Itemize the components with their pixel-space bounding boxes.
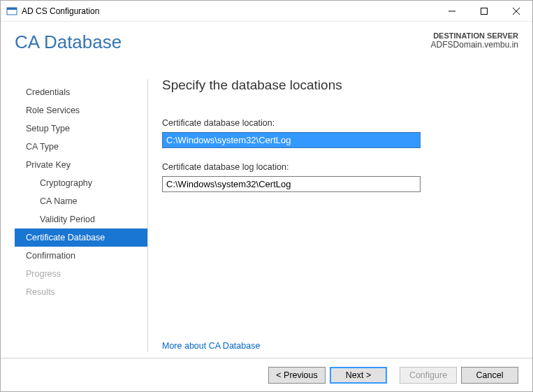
- panel-heading: Specify the database locations: [162, 78, 518, 93]
- maximize-button[interactable]: [468, 1, 500, 22]
- content-area: CA Database DESTINATION SERVER ADFSDomai…: [1, 22, 532, 358]
- nav-ca-name[interactable]: CA Name: [15, 192, 147, 210]
- nav-certificate-database[interactable]: Certificate Database: [15, 228, 147, 247]
- nav-results: Results: [15, 283, 147, 301]
- nav-progress: Progress: [15, 265, 147, 283]
- page-title: CA Database: [15, 31, 122, 53]
- header-row: CA Database DESTINATION SERVER ADFSDomai…: [15, 31, 518, 53]
- svg-rect-3: [481, 8, 488, 15]
- nav-setup-type[interactable]: Setup Type: [15, 119, 147, 138]
- svg-rect-1: [7, 8, 17, 10]
- nav-confirmation[interactable]: Confirmation: [15, 247, 147, 265]
- destination-label: DESTINATION SERVER: [431, 31, 518, 40]
- nav-validity-period[interactable]: Validity Period: [15, 210, 147, 228]
- sidebar: Credentials Role Services Setup Type CA …: [15, 83, 147, 358]
- window-title: AD CS Configuration: [22, 6, 436, 16]
- nav-private-key[interactable]: Private Key: [15, 156, 147, 174]
- nav-credentials[interactable]: Credentials: [15, 83, 147, 101]
- titlebar: AD CS Configuration: [1, 1, 532, 22]
- main-row: Credentials Role Services Setup Type CA …: [15, 83, 518, 358]
- app-icon: [6, 6, 17, 17]
- window-controls: [436, 1, 532, 21]
- panel: Specify the database locations Certifica…: [148, 83, 518, 358]
- help-link[interactable]: More about CA Database: [162, 341, 260, 351]
- db-location-input[interactable]: [162, 132, 421, 148]
- close-button[interactable]: [500, 1, 532, 22]
- nav-ca-type[interactable]: CA Type: [15, 138, 147, 156]
- nav-role-services[interactable]: Role Services: [15, 101, 147, 119]
- nav-cryptography[interactable]: Cryptography: [15, 174, 147, 192]
- destination-server: DESTINATION SERVER ADFSDomain.vembu.in: [431, 31, 518, 50]
- db-log-location-input[interactable]: [162, 176, 421, 192]
- destination-name: ADFSDomain.vembu.in: [431, 40, 518, 50]
- next-button[interactable]: Next >: [330, 367, 387, 384]
- configure-button: Configure: [400, 367, 457, 384]
- db-log-location-label: Certificate database log location:: [162, 162, 518, 172]
- db-location-label: Certificate database location:: [162, 118, 518, 128]
- cancel-button[interactable]: Cancel: [461, 367, 518, 384]
- footer: < Previous Next > Configure Cancel: [1, 358, 532, 391]
- minimize-button[interactable]: [436, 1, 468, 22]
- previous-button[interactable]: < Previous: [268, 367, 326, 384]
